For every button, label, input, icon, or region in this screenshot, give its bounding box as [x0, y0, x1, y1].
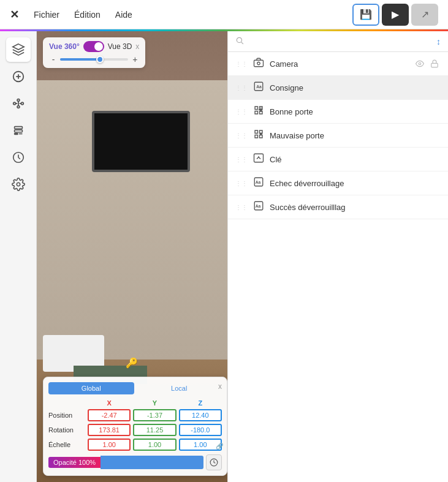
vue-panel: Vue 360° Vue 3D x - +	[43, 37, 145, 68]
svg-rect-18	[254, 60, 264, 67]
position-x-input[interactable]	[88, 409, 131, 421]
transform-tabs: Global Local x	[48, 382, 222, 394]
sidebar-icon-settings[interactable]	[6, 172, 31, 197]
item-label: Bonne porte	[270, 107, 441, 116]
close-button[interactable]: ✕	[10, 8, 19, 21]
drag-handle-icon: ⋮⋮	[235, 108, 248, 115]
drag-handle-icon: ⋮⋮	[235, 85, 248, 91]
svg-point-19	[257, 62, 260, 65]
slider-plus-button[interactable]: +	[131, 55, 139, 64]
item-eye-button[interactable]	[414, 58, 426, 70]
vue-panel-row: Vue 360° Vue 3D x	[49, 41, 139, 52]
search-input[interactable]	[248, 37, 431, 46]
svg-text:Aa: Aa	[256, 204, 261, 208]
sidebar-icon-add[interactable]	[6, 64, 31, 89]
svg-rect-21	[431, 63, 438, 67]
sidebar-icon-graph[interactable]	[6, 91, 31, 116]
vue360-label: Vue 360°	[49, 42, 80, 51]
item-label: Camera	[270, 59, 409, 69]
play-button[interactable]: ▶	[382, 4, 409, 26]
vue-close-button[interactable]: x	[135, 42, 139, 51]
position-label: Position	[48, 412, 85, 419]
component-icon	[252, 129, 265, 142]
y-header: Y	[133, 399, 176, 407]
list-item[interactable]: ⋮⋮ Aa Succès déverrouilllag	[228, 195, 448, 219]
list-item[interactable]: ⋮⋮ Camera	[228, 52, 448, 76]
position-y-input[interactable]	[133, 409, 176, 421]
export-button[interactable]: ↗	[411, 4, 438, 26]
tab-global[interactable]: Global	[48, 382, 134, 394]
rotation-y-input[interactable]	[133, 424, 176, 436]
list-item[interactable]: ⋮⋮ Mauvaise porte	[228, 124, 448, 148]
slider-thumb[interactable]	[96, 56, 104, 63]
image-icon	[252, 153, 265, 166]
item-label: Consigne	[270, 83, 441, 92]
vue3d-label: Vue 3D	[108, 42, 132, 51]
text-icon: Aa	[252, 200, 265, 214]
sidebar-icon-clock[interactable]	[6, 145, 31, 170]
menu-edition[interactable]: Édition	[74, 10, 101, 20]
drag-handle-icon: ⋮⋮	[235, 180, 248, 187]
rotation-z-input[interactable]	[179, 424, 222, 436]
sort-icon[interactable]: ↕	[436, 37, 441, 47]
svg-rect-26	[254, 154, 264, 162]
component-icon	[252, 105, 265, 118]
slider-minus-button[interactable]: -	[49, 55, 58, 64]
tab-local[interactable]: Local	[137, 382, 222, 394]
svg-rect-12	[14, 134, 17, 135]
sidebar-icon-cube[interactable]	[6, 37, 31, 62]
item-label: Mauvaise porte	[270, 131, 441, 140]
position-z-input[interactable]	[179, 409, 222, 421]
item-lock-button[interactable]	[428, 58, 441, 70]
menu-fichier[interactable]: Fichier	[34, 10, 59, 20]
search-bar: ↕	[228, 31, 448, 52]
scale-x-input[interactable]	[88, 439, 131, 451]
svg-point-3	[13, 102, 15, 105]
opacity-icon-button[interactable]	[206, 454, 222, 470]
slider-fill	[60, 58, 97, 61]
scale-y-input[interactable]	[133, 439, 176, 451]
main-content: 🔑 Vue 360° Vue 3D x - + Global L	[0, 31, 448, 482]
rotation-x-input[interactable]	[88, 424, 131, 436]
scale-label: Échelle	[48, 441, 85, 448]
scene-tv	[92, 111, 190, 172]
opacity-row: Opacité 100%	[48, 454, 222, 470]
svg-point-6	[17, 106, 20, 108]
list-item[interactable]: ⋮⋮ Bonne porte	[228, 100, 448, 124]
sidebar-icon-layers[interactable]	[6, 118, 31, 143]
transform-close-button[interactable]: x	[218, 382, 222, 391]
drag-handle-icon: ⋮⋮	[235, 132, 248, 139]
link-icon[interactable]: 🔗	[216, 443, 223, 450]
slider-track[interactable]	[60, 58, 128, 61]
scene-list: ⋮⋮ Camera	[228, 52, 448, 482]
save-button[interactable]: 💾	[352, 4, 379, 26]
drag-handle-icon: ⋮⋮	[235, 61, 248, 67]
text-icon: Aa	[252, 176, 265, 190]
list-item[interactable]: ⋮⋮ Aa Consigne	[228, 76, 448, 100]
toolbar-buttons: 💾 ▶ ↗	[352, 4, 438, 26]
list-item[interactable]: ⋮⋮ Aa Echec déverrouillage	[228, 171, 448, 195]
svg-point-4	[17, 99, 20, 102]
camera-icon	[252, 57, 265, 70]
left-sidebar	[0, 31, 37, 482]
svg-point-20	[419, 62, 421, 65]
menu-aide[interactable]: Aide	[115, 10, 132, 20]
opacity-label: Opacité 100%	[48, 457, 101, 468]
transform-panel: Global Local x X Y Z Position Rotation	[43, 377, 227, 476]
list-item[interactable]: ⋮⋮ Clé	[228, 148, 448, 171]
svg-line-17	[241, 42, 243, 44]
transform-grid: X Y Z Position Rotation Échelle	[48, 399, 222, 451]
vue-toggle[interactable]	[83, 41, 104, 52]
z-header: Z	[179, 399, 222, 407]
item-label: Clé	[270, 155, 441, 164]
svg-rect-11	[14, 130, 22, 132]
svg-text:Aa: Aa	[256, 85, 262, 89]
svg-point-27	[258, 156, 259, 157]
opacity-bar[interactable]	[101, 456, 203, 469]
x-header: X	[88, 399, 131, 407]
vue-slider-row: - +	[49, 55, 139, 64]
svg-point-5	[21, 102, 23, 105]
drag-handle-icon: ⋮⋮	[235, 204, 248, 211]
item-actions	[414, 58, 441, 70]
item-label: Echec déverrouillage	[270, 179, 441, 188]
